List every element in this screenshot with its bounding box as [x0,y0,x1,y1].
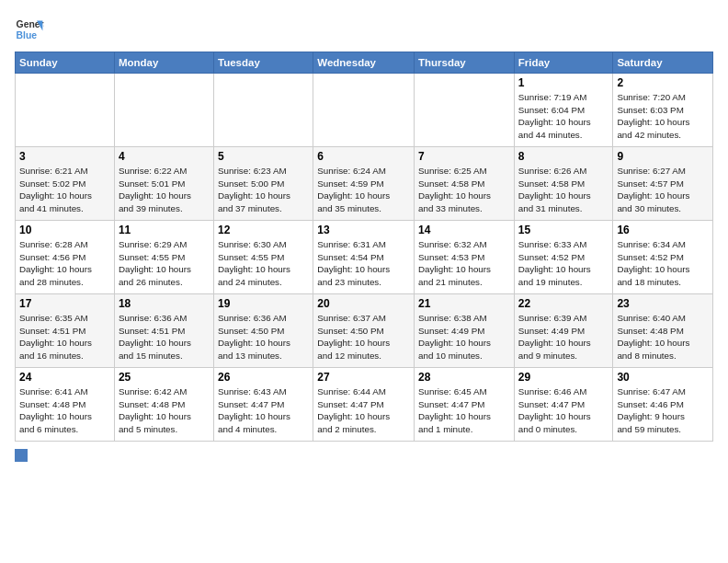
day-number: 1 [518,76,609,89]
calendar-day-cell: 20Sunrise: 6:37 AM Sunset: 4:50 PM Dayli… [313,294,415,368]
calendar-day-cell: 24Sunrise: 6:41 AM Sunset: 4:48 PM Dayli… [16,368,115,442]
day-number: 21 [418,297,510,310]
calendar-day-cell: 13Sunrise: 6:31 AM Sunset: 4:54 PM Dayli… [313,221,415,294]
day-number: 30 [617,371,709,384]
legend [15,449,713,462]
calendar-week-row: 10Sunrise: 6:28 AM Sunset: 4:56 PM Dayli… [16,221,713,294]
calendar-day-cell: 12Sunrise: 6:30 AM Sunset: 4:55 PM Dayli… [214,221,313,294]
day-info: Sunrise: 6:38 AM Sunset: 4:49 PM Dayligh… [418,312,510,362]
day-info: Sunrise: 6:30 AM Sunset: 4:55 PM Dayligh… [218,238,309,289]
day-number: 12 [218,224,309,236]
logo-icon: General Blue [15,15,44,44]
day-info: Sunrise: 6:36 AM Sunset: 4:50 PM Dayligh… [218,312,309,362]
day-number: 6 [317,150,410,163]
day-info: Sunrise: 6:27 AM Sunset: 4:57 PM Dayligh… [617,165,709,215]
day-info: Sunrise: 6:28 AM Sunset: 4:56 PM Dayligh… [19,238,110,289]
day-info: Sunrise: 6:41 AM Sunset: 4:48 PM Dayligh… [19,385,110,436]
calendar-day-cell: 29Sunrise: 6:46 AM Sunset: 4:47 PM Dayli… [514,368,613,442]
calendar-day-cell: 3Sunrise: 6:21 AM Sunset: 5:02 PM Daylig… [16,147,115,221]
day-info: Sunrise: 6:29 AM Sunset: 4:55 PM Dayligh… [119,238,210,289]
day-info: Sunrise: 6:35 AM Sunset: 4:51 PM Dayligh… [19,312,110,362]
calendar-table: SundayMondayTuesdayWednesdayThursdayFrid… [15,52,713,442]
day-info: Sunrise: 6:45 AM Sunset: 4:47 PM Dayligh… [418,385,510,436]
legend-color-box [15,449,28,462]
calendar-week-row: 24Sunrise: 6:41 AM Sunset: 4:48 PM Dayli… [16,368,713,442]
calendar-day-cell: 11Sunrise: 6:29 AM Sunset: 4:55 PM Dayli… [114,221,213,294]
day-number: 24 [19,371,110,384]
calendar-week-row: 17Sunrise: 6:35 AM Sunset: 4:51 PM Dayli… [16,294,713,368]
calendar-day-cell: 21Sunrise: 6:38 AM Sunset: 4:49 PM Dayli… [414,294,514,368]
day-number: 5 [218,150,309,163]
calendar-day-cell: 8Sunrise: 6:26 AM Sunset: 4:58 PM Daylig… [514,147,613,221]
day-info: Sunrise: 6:46 AM Sunset: 4:47 PM Dayligh… [518,385,609,436]
day-info: Sunrise: 6:39 AM Sunset: 4:49 PM Dayligh… [518,312,609,362]
calendar-day-cell: 2Sunrise: 7:20 AM Sunset: 6:03 PM Daylig… [613,74,713,147]
calendar-day-cell: 23Sunrise: 6:40 AM Sunset: 4:48 PM Dayli… [613,294,713,368]
day-number: 10 [19,224,110,236]
day-number: 29 [518,371,609,384]
calendar-day-cell: 26Sunrise: 6:43 AM Sunset: 4:47 PM Dayli… [214,368,313,442]
day-number: 8 [518,150,609,163]
calendar-header-day: Tuesday [214,52,313,74]
day-number: 13 [317,224,410,236]
calendar-day-cell: 10Sunrise: 6:28 AM Sunset: 4:56 PM Dayli… [16,221,115,294]
day-info: Sunrise: 6:34 AM Sunset: 4:52 PM Dayligh… [617,238,709,289]
day-number: 4 [119,150,210,163]
day-info: Sunrise: 6:47 AM Sunset: 4:46 PM Dayligh… [617,385,709,436]
calendar-day-cell: 28Sunrise: 6:45 AM Sunset: 4:47 PM Dayli… [414,368,514,442]
day-number: 17 [19,297,110,310]
calendar-header-row: SundayMondayTuesdayWednesdayThursdayFrid… [16,52,713,74]
calendar-day-cell [214,74,313,147]
day-number: 18 [119,297,210,310]
day-info: Sunrise: 6:36 AM Sunset: 4:51 PM Dayligh… [119,312,210,362]
calendar-header-day: Sunday [16,52,115,74]
day-info: Sunrise: 7:19 AM Sunset: 6:04 PM Dayligh… [518,91,609,142]
day-info: Sunrise: 6:22 AM Sunset: 5:01 PM Dayligh… [119,165,210,215]
day-info: Sunrise: 6:23 AM Sunset: 5:00 PM Dayligh… [218,165,309,215]
day-number: 28 [418,371,510,384]
day-number: 9 [617,150,709,163]
calendar-header-day: Wednesday [313,52,415,74]
calendar-day-cell: 5Sunrise: 6:23 AM Sunset: 5:00 PM Daylig… [214,147,313,221]
day-info: Sunrise: 6:40 AM Sunset: 4:48 PM Dayligh… [617,312,709,362]
calendar-day-cell [114,74,213,147]
day-info: Sunrise: 6:37 AM Sunset: 4:50 PM Dayligh… [317,312,410,362]
day-number: 15 [518,224,609,236]
day-number: 20 [317,297,410,310]
calendar-day-cell: 1Sunrise: 7:19 AM Sunset: 6:04 PM Daylig… [514,74,613,147]
day-info: Sunrise: 6:26 AM Sunset: 4:58 PM Dayligh… [518,165,609,215]
day-info: Sunrise: 6:32 AM Sunset: 4:53 PM Dayligh… [418,238,510,289]
calendar-day-cell: 19Sunrise: 6:36 AM Sunset: 4:50 PM Dayli… [214,294,313,368]
calendar-day-cell: 22Sunrise: 6:39 AM Sunset: 4:49 PM Dayli… [514,294,613,368]
day-number: 2 [617,76,709,89]
calendar-day-cell: 25Sunrise: 6:42 AM Sunset: 4:48 PM Dayli… [114,368,213,442]
day-info: Sunrise: 6:43 AM Sunset: 4:47 PM Dayligh… [218,385,309,436]
day-number: 27 [317,371,410,384]
calendar-header-day: Saturday [613,52,713,74]
day-info: Sunrise: 6:42 AM Sunset: 4:48 PM Dayligh… [119,385,210,436]
day-info: Sunrise: 6:31 AM Sunset: 4:54 PM Dayligh… [317,238,410,289]
calendar-day-cell: 17Sunrise: 6:35 AM Sunset: 4:51 PM Dayli… [16,294,115,368]
day-number: 7 [418,150,510,163]
day-number: 14 [418,224,510,236]
calendar-day-cell: 16Sunrise: 6:34 AM Sunset: 4:52 PM Dayli… [613,221,713,294]
calendar-day-cell: 7Sunrise: 6:25 AM Sunset: 4:58 PM Daylig… [414,147,514,221]
calendar-day-cell: 18Sunrise: 6:36 AM Sunset: 4:51 PM Dayli… [114,294,213,368]
calendar-day-cell [16,74,115,147]
day-info: Sunrise: 6:21 AM Sunset: 5:02 PM Dayligh… [19,165,110,215]
calendar-day-cell: 14Sunrise: 6:32 AM Sunset: 4:53 PM Dayli… [414,221,514,294]
calendar-header-day: Friday [514,52,613,74]
page-header: General Blue [15,15,713,44]
day-info: Sunrise: 7:20 AM Sunset: 6:03 PM Dayligh… [617,91,709,142]
day-number: 22 [518,297,609,310]
day-number: 23 [617,297,709,310]
day-number: 3 [19,150,110,163]
calendar-day-cell: 9Sunrise: 6:27 AM Sunset: 4:57 PM Daylig… [613,147,713,221]
calendar-day-cell [414,74,514,147]
calendar-day-cell [313,74,415,147]
day-number: 25 [119,371,210,384]
day-info: Sunrise: 6:33 AM Sunset: 4:52 PM Dayligh… [518,238,609,289]
day-info: Sunrise: 6:44 AM Sunset: 4:47 PM Dayligh… [317,385,410,436]
calendar-day-cell: 30Sunrise: 6:47 AM Sunset: 4:46 PM Dayli… [613,368,713,442]
day-number: 26 [218,371,309,384]
